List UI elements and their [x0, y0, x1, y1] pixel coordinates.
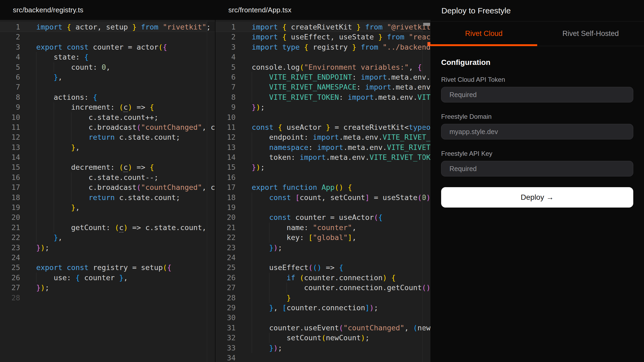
line-number: 26 — [0, 273, 20, 283]
indent-guide — [54, 193, 54, 202]
code-line: 2import { useEffect, useState } from "re… — [215, 32, 430, 42]
indent-guide — [252, 243, 252, 253]
code-line: 26 if (counter.connection) { — [215, 273, 430, 283]
indent-guide — [36, 232, 36, 242]
line-number: 21 — [215, 223, 236, 232]
code-line: 3import type { registry } from "../backe… — [215, 42, 430, 52]
rivet-cloud-api-token-input[interactable] — [441, 87, 633, 102]
code-line: 19 }, — [0, 202, 215, 212]
indent-guide — [36, 112, 36, 122]
code-line: 1import { actor, setup } from "rivetkit"… — [0, 22, 215, 32]
indent-guide — [54, 182, 54, 192]
code-line: 24 — [0, 253, 215, 263]
line-number: 25 — [215, 263, 236, 272]
code-line: 33 }); — [215, 343, 430, 353]
indent-guide — [54, 122, 54, 132]
code-line: 10 — [215, 112, 430, 122]
code-line: 3export const counter = actor({ — [0, 42, 215, 52]
indent-guide — [36, 162, 36, 172]
deploy-tabs: Rivet Cloud Rivet Self-Hosted — [430, 21, 644, 46]
code-line: 23 }); — [215, 243, 430, 253]
indent-guide — [36, 92, 36, 102]
line-number: 31 — [215, 323, 236, 333]
code-line: 13 }, — [0, 142, 215, 152]
code-line: 17 c.broadcast("countChanged", c.state.c… — [0, 182, 215, 192]
deploy-button[interactable]: Deploy → — [441, 187, 633, 208]
line-number: 22 — [0, 232, 20, 242]
line-number: 23 — [0, 243, 20, 253]
line-number: 24 — [0, 253, 20, 263]
code-line: 27 counter.connection.getCount().then(se… — [215, 283, 430, 293]
line-number: 6 — [215, 72, 236, 82]
indent-guide — [269, 333, 269, 343]
code-editor-app[interactable]: 1import { createRivetKit } from "@rivetk… — [215, 20, 430, 362]
line-number: 7 — [0, 82, 20, 92]
indent-guide — [36, 182, 36, 192]
indent-guide — [269, 223, 269, 232]
line-number: 14 — [215, 152, 236, 162]
line-number: 26 — [215, 273, 236, 283]
scrollbar-thumb[interactable] — [423, 23, 430, 26]
deploy-panel-title: Deploy to Freestyle — [430, 0, 644, 21]
indent-guide — [252, 212, 252, 222]
code-line: 10 c.state.count++; — [0, 112, 215, 122]
code-line: 1import { createRivetKit } from "@rivetk… — [215, 22, 430, 32]
scrollbar-track — [422, 20, 423, 362]
code-line: 28 } — [215, 293, 430, 303]
line-number: 18 — [215, 193, 236, 202]
line-number: 3 — [215, 42, 236, 52]
line-number: 4 — [215, 52, 236, 62]
indent-guide — [54, 102, 54, 112]
tab-rivet-self-hosted[interactable]: Rivet Self-Hosted — [537, 21, 644, 46]
code-line: 28 — [0, 293, 215, 303]
line-number: 1 — [0, 22, 20, 32]
line-number: 10 — [215, 112, 236, 122]
code-line: 25 useEffect(() => { — [215, 263, 430, 272]
indent-guide — [36, 152, 36, 162]
indent-guide — [269, 232, 269, 242]
line-number: 24 — [215, 253, 236, 263]
line-number: 7 — [215, 82, 236, 92]
line-number: 18 — [0, 193, 20, 202]
code-line: 17export function App() { — [215, 182, 430, 192]
code-panel-registry: src/backend/registry.ts 1import { actor,… — [0, 0, 215, 362]
line-number: 9 — [0, 102, 20, 112]
line-number: 8 — [215, 92, 236, 102]
line-number: 25 — [0, 263, 20, 272]
tab-rivet-self-hosted-label: Rivet Self-Hosted — [562, 29, 619, 38]
code-line: 27}); — [0, 283, 215, 293]
freestyle-domain-label: Freestyle Domain — [441, 113, 633, 120]
indent-guide — [71, 112, 71, 122]
indent-guide — [71, 172, 71, 182]
code-line: 34 — [215, 353, 430, 362]
indent-guide — [36, 82, 36, 92]
indent-guide — [252, 152, 252, 162]
freestyle-domain-input[interactable] — [441, 124, 633, 139]
line-number: 33 — [215, 343, 236, 353]
indent-guide — [36, 132, 36, 142]
freestyle-api-key-input[interactable] — [441, 161, 633, 176]
indent-guide — [54, 223, 54, 232]
line-number: 12 — [215, 132, 236, 142]
line-number: 15 — [0, 162, 20, 172]
line-number: 12 — [0, 132, 20, 142]
indent-guide — [36, 223, 36, 232]
indent-guide — [54, 142, 54, 152]
tab-rivet-cloud[interactable]: Rivet Cloud — [430, 21, 537, 46]
code-editor-registry[interactable]: 1import { actor, setup } from "rivetkit"… — [0, 20, 215, 362]
overview-ruler-marker — [427, 42, 430, 46]
indent-guide — [252, 72, 252, 82]
code-line: 8 actions: { — [0, 92, 215, 102]
code-line: 20 const counter = useActor({ — [215, 212, 430, 222]
indent-guide — [36, 193, 36, 202]
code-line: 14 token: import.meta.env.VITE_RIVET_TOK… — [215, 152, 430, 162]
indent-guide — [269, 293, 269, 303]
code-line: 4 — [215, 52, 430, 62]
code-line: 9}); — [215, 102, 430, 112]
code-line: 7 — [0, 82, 215, 92]
indent-guide — [252, 253, 252, 263]
code-line: 19 — [215, 202, 430, 212]
line-number: 20 — [0, 212, 20, 222]
code-line: 9 increment: (c) => { — [0, 102, 215, 112]
code-line: 14 — [0, 152, 215, 162]
